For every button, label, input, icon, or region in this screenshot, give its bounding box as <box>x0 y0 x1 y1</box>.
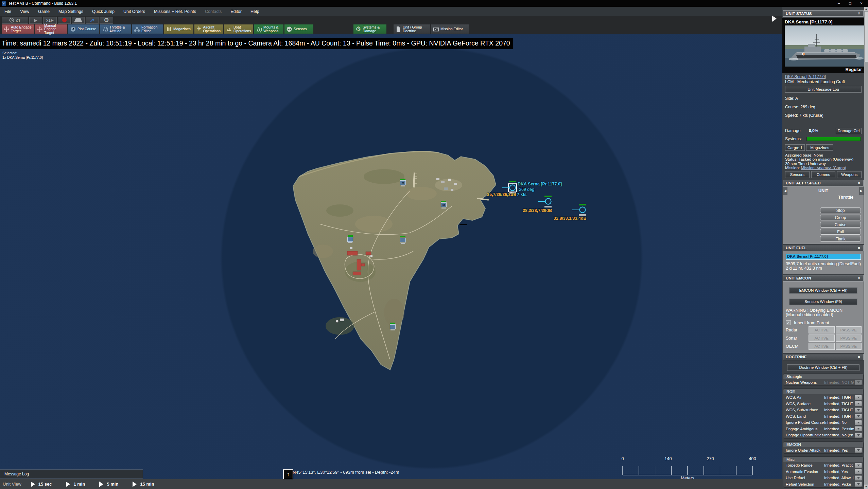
record-button[interactable] <box>58 17 71 24</box>
menu-missions-ref-points[interactable]: Missions + Ref. Points <box>150 7 201 16</box>
oecm-passive-button[interactable]: PASSIVE <box>836 343 862 350</box>
doctrine-group-emcon: EMCON Ignore Under Attack Inherited, Yes <box>783 441 864 454</box>
dropdown-chevron-icon[interactable] <box>855 482 862 487</box>
sonar-active-button[interactable]: ACTIVE <box>809 334 835 342</box>
dropdown-chevron-icon[interactable] <box>855 426 862 431</box>
facility-icon[interactable]: M <box>441 201 447 209</box>
radar-active-button[interactable]: ACTIVE <box>809 326 835 333</box>
dropdown-chevron-icon[interactable] <box>855 433 862 438</box>
menu-editor[interactable]: Editor <box>226 7 246 16</box>
menu-map-settings[interactable]: Map Settings <box>54 7 88 16</box>
tab-boat-operations[interactable]: Boat Operations <box>224 24 253 34</box>
section-header-unit-fuel[interactable]: UNIT FUEL « <box>783 245 864 251</box>
fuel-unit-row[interactable]: DKA Serna [Pr.1177.0] <box>786 254 861 260</box>
sensors-window-button[interactable]: Sensors Window (F9) <box>789 298 857 305</box>
contact-ship-icon[interactable] <box>502 184 518 192</box>
facility-icon[interactable]: M <box>400 179 406 186</box>
scrollbar-thumb[interactable] <box>864 11 868 62</box>
menu-view[interactable]: View <box>16 7 34 16</box>
step-button[interactable]: x1▶ <box>43 17 57 24</box>
dropdown-chevron-icon[interactable] <box>855 401 862 406</box>
mission-link[interactable]: Mission: <name> (Cargo) <box>801 165 846 170</box>
dropdown-chevron-icon[interactable] <box>855 420 862 425</box>
sidebar-scrollbar[interactable]: ▲ ▼ <box>864 7 868 489</box>
tab-systems-damage[interactable]: ⚙ Systems & Damage <box>353 24 386 34</box>
tab-manual-engage-target[interactable]: Manual Engage Target <box>35 24 67 34</box>
play-button[interactable]: ▶ <box>29 17 42 24</box>
maximize-icon[interactable]: □ <box>849 1 851 6</box>
tab-unit-group-doctrine[interactable]: Unit / Group Doctrine <box>394 24 430 34</box>
throttle-stop-button[interactable]: Stop <box>820 207 861 213</box>
jump-to-unit-button[interactable]: ↑ <box>283 469 293 479</box>
tab-magazines[interactable]: Magazines <box>164 24 193 34</box>
time-step-5min[interactable]: 5 min <box>99 482 118 487</box>
doctrine-window-button[interactable]: Doctrine Window (Ctrl + F9) <box>787 364 860 371</box>
minimize-icon[interactable]: – <box>838 1 840 6</box>
time-compression-button[interactable]: x1 <box>2 17 28 24</box>
tab-auto-engage-target[interactable]: Auto Engage Target <box>2 24 34 34</box>
sidebar-toggle-arrow[interactable] <box>772 16 777 22</box>
map-view-button[interactable] <box>72 17 85 24</box>
tab-mounts-weapons[interactable]: Mounts & Weapons <box>254 24 283 34</box>
dropdown-chevron-icon[interactable] <box>855 395 862 400</box>
menu-help[interactable]: Help <box>246 7 264 16</box>
dropdown-chevron-icon[interactable] <box>855 408 862 413</box>
unit-db-link[interactable]: DKA Serna [Pr.1177.0] <box>785 74 862 79</box>
dropdown-chevron-icon[interactable] <box>855 414 862 419</box>
contact-course-label: 269 deg <box>519 187 534 192</box>
oecm-active-button[interactable]: ACTIVE <box>809 343 835 350</box>
radar-passive-button[interactable]: PASSIVE <box>836 326 862 333</box>
menu-file[interactable]: File <box>0 7 16 16</box>
close-icon[interactable]: × <box>860 1 863 6</box>
emcon-window-button[interactable]: EMCON Window (Ctrl + F9) <box>789 287 857 294</box>
unit-message-log-button[interactable]: Unit Message Log <box>785 86 862 93</box>
menu-unit-orders[interactable]: Unit Orders <box>119 7 150 16</box>
facility-icon[interactable] <box>390 323 396 330</box>
comms-tab-button[interactable]: Comms <box>811 171 836 178</box>
contact-ship-icon[interactable] <box>538 197 554 205</box>
section-header-unit-emcon[interactable]: UNIT EMCON « <box>783 275 864 282</box>
menu-game[interactable]: Game <box>34 7 54 16</box>
tab-sensors[interactable]: Sensors <box>284 24 313 34</box>
time-step-1min[interactable]: 1 min <box>66 482 85 487</box>
dropdown-chevron-icon[interactable] <box>855 469 862 474</box>
sonar-passive-button[interactable]: PASSIVE <box>836 334 862 342</box>
inherit-checkbox[interactable]: ✓ <box>786 320 791 325</box>
menu-quick-jump[interactable]: Quick Jump <box>88 7 119 16</box>
tab-formation-editor[interactable]: Formation Editor <box>132 24 163 34</box>
facility-icon[interactable] <box>347 235 353 243</box>
cargo-button[interactable]: Cargo: 1 <box>785 144 805 151</box>
magazines-button[interactable]: Magazines <box>806 144 833 151</box>
section-header-doctrine[interactable]: DOCTRINE « <box>783 354 864 360</box>
weapons-tab-button[interactable]: Weapons <box>837 171 862 178</box>
scroll-down-icon[interactable]: ▼ <box>864 485 868 489</box>
settings-button[interactable]: ⚙ <box>100 17 113 24</box>
tab-throttle-altitude[interactable]: Throttle & Altitude <box>100 24 131 34</box>
scroll-up-icon[interactable]: ▲ <box>864 7 868 11</box>
section-header-alt-speed[interactable]: UNIT ALT / SPEED « <box>783 180 864 186</box>
dropdown-chevron-icon[interactable] <box>855 475 862 481</box>
tab-mission-editor[interactable]: Mission Editor <box>431 24 469 34</box>
dropdown-chevron-icon[interactable] <box>855 463 862 468</box>
time-step-15sec[interactable]: 15 sec <box>31 482 52 487</box>
unit-speed: Speed: 7 kts (Cruise) <box>785 113 862 118</box>
prev-unit-arrow[interactable]: ◀ <box>783 187 787 195</box>
message-log-panel[interactable]: Message Log <box>0 469 143 479</box>
doctrine-row-label: Ignore Plotted Course <box>786 420 824 424</box>
section-header-unit-status[interactable]: UNIT STATUS « <box>783 10 864 17</box>
next-unit-arrow[interactable]: ▶ <box>859 187 864 195</box>
facility-icon[interactable] <box>400 236 406 244</box>
throttle-creep-button[interactable]: Creep <box>820 215 861 220</box>
tab-plot-course[interactable]: Plot Course <box>68 24 99 34</box>
throttle-flank-button[interactable]: Flank <box>820 236 861 242</box>
dropdown-chevron-icon[interactable] <box>855 448 862 453</box>
damage-ctrl-button[interactable]: Damage Ctrl <box>836 128 862 134</box>
jump-button[interactable]: ↗ <box>86 17 99 24</box>
throttle-cruise-button[interactable]: Cruise <box>820 222 861 228</box>
tab-aircraft-operations[interactable]: ✈ Aircraft Operations <box>194 24 223 34</box>
throttle-full-button[interactable]: Full <box>820 229 861 235</box>
tactical-map[interactable]: Time: samedi 12 mars 2022 - Zulu: 10:51:… <box>0 34 868 489</box>
time-step-15min[interactable]: 15 min <box>133 482 154 487</box>
contact-ship-icon[interactable] <box>572 206 588 214</box>
sensors-tab-button[interactable]: Sensors <box>785 171 810 178</box>
